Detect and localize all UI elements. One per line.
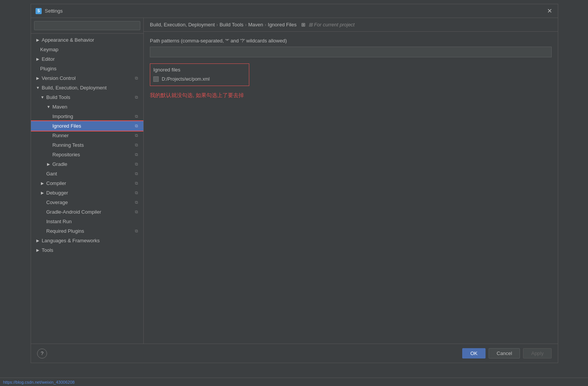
arrow-icon: ▶ [36,76,40,81]
sidebar-item-label: Coverage [46,199,68,205]
copy-icon: ⧉ [135,209,140,215]
sidebar-item-label: Build, Execution, Deployment [42,85,107,91]
ok-button[interactable]: OK [462,348,486,358]
search-input[interactable] [34,21,140,30]
file-path: D:/Projects/wc/pom.xml [162,76,210,82]
sidebar-item-instant-run[interactable]: Instant Run [31,217,143,226]
copy-icon: ⧉ [135,114,140,119]
copy-icon: ⧉ [135,76,140,81]
dialog-title: Settings [45,8,63,14]
app-icon: S [36,8,42,14]
title-bar: S Settings ✕ [31,4,558,18]
sidebar-item-label: Compiler [46,180,66,186]
footer: ? OK Cancel Apply [31,344,558,363]
sidebar-item-languages[interactable]: ▶ Languages & Frameworks [31,236,143,245]
sidebar-item-running-tests[interactable]: Running Tests ⧉ [31,140,143,150]
arrow-icon: ▶ [40,181,45,186]
copy-icon: ⧉ [135,200,140,205]
arrow-icon: ▶ [36,248,40,253]
sidebar-item-plugins[interactable]: Plugins [31,64,143,73]
sidebar-item-label: Debugger [46,190,68,196]
sidebar-item-label: Tools [42,247,53,253]
sidebar-item-label: Editor [42,56,55,62]
sidebar-item-label: Running Tests [52,142,84,148]
sidebar-item-label: Instant Run [46,219,72,224]
arrow-icon: ▼ [36,86,40,90]
close-button[interactable]: ✕ [546,7,553,15]
arrow-icon: ▶ [36,57,40,62]
path-pattern-input[interactable] [150,47,552,57]
copy-icon: ⧉ [135,162,140,167]
breadcrumb-sep-3: › [265,22,266,28]
sidebar-item-label: Importing [52,114,73,119]
bottom-url: https://blog.csdn.net/weixin_43006208 [3,380,75,384]
sidebar-item-gant[interactable]: Gant ⧉ [31,169,143,178]
ignored-files-title: Ignored files [153,67,246,73]
dialog-body: ▶ Appearance & Behavior Keymap ▶ Editor … [31,18,558,344]
ignored-files-panel: Ignored files D:/Projects/wc/pom.xml [150,63,249,86]
sidebar-item-label: Keymap [40,47,58,52]
path-pattern-label: Path patterns (comma-separated, '*' and … [150,38,552,44]
sidebar-item-label: Gradle-Android Compiler [46,209,101,215]
sidebar-item-label: Gant [46,171,57,177]
sidebar-item-gradle[interactable]: ▶ Gradle ⧉ [31,159,143,169]
breadcrumb-part-4: Ignored Files [268,22,297,28]
sidebar-item-label: Repositories [52,152,80,157]
sidebar-item-label: Appearance & Behavior [42,37,94,43]
arrow-icon: ▼ [40,95,45,100]
copy-icon: ⧉ [135,229,140,234]
sidebar-item-label: Gradle [52,161,67,167]
sidebar-item-compiler[interactable]: ▶ Compiler ⧉ [31,178,143,188]
bottom-bar: https://blog.csdn.net/weixin_43006208 [0,378,588,386]
sidebar-item-build-exec-deploy[interactable]: ▼ Build, Execution, Deployment [31,83,143,92]
title-bar-left: S Settings [36,8,63,14]
sidebar-item-maven[interactable]: ▼ Maven [31,102,143,112]
copy-icon: ⧉ [135,171,140,177]
breadcrumb-part-2: Build Tools [219,22,244,28]
sidebar-item-label: Plugins [40,66,57,71]
sidebar-item-required-plugins[interactable]: Required Plugins ⧉ [31,226,143,236]
copy-icon: ⧉ [135,133,140,138]
footer-left: ? [37,349,47,358]
sidebar-item-build-tools[interactable]: ▼ Build Tools ⧉ [31,92,143,102]
sidebar-item-label: Version Control [42,75,76,81]
apply-button[interactable]: Apply [523,348,552,358]
sidebar-item-repositories[interactable]: Repositories ⧉ [31,150,143,159]
sidebar-item-tools[interactable]: ▶ Tools [31,245,143,255]
arrow-icon: ▶ [36,38,40,42]
copy-icon: ⧉ [135,123,140,129]
sidebar-item-editor[interactable]: ▶ Editor [31,54,143,64]
breadcrumb: Build, Execution, Deployment › Build Too… [144,18,558,32]
arrow-icon: ▶ [46,162,51,167]
sidebar-item-label: Build Tools [46,94,70,100]
arrow-icon: ▶ [40,191,45,195]
sidebar-item-appearance[interactable]: ▶ Appearance & Behavior [31,35,143,45]
settings-dialog: S Settings ✕ ▶ Appearance & Behavior Key… [31,4,558,363]
breadcrumb-sep-1: › [216,22,218,28]
sidebar-item-version-control[interactable]: ▶ Version Control ⧉ [31,73,143,83]
content-area: Path patterns (comma-separated, '*' and … [144,32,558,344]
main-content: Build, Execution, Deployment › Build Too… [144,18,558,344]
breadcrumb-sep-2: › [245,22,247,28]
help-button[interactable]: ? [37,349,47,358]
sidebar-item-ignored-files[interactable]: Ignored Files ⧉ [31,121,143,131]
sidebar-item-label: Runner [52,133,69,138]
sidebar-item-label: Languages & Frameworks [42,238,100,243]
sidebar-item-keymap[interactable]: Keymap [31,45,143,54]
copy-icon: ⧉ [135,152,140,157]
search-box [31,18,143,34]
sidebar-item-runner[interactable]: Runner ⧉ [31,131,143,140]
sidebar-item-importing[interactable]: Importing ⧉ [31,112,143,121]
sidebar-item-label: Ignored Files [52,123,81,129]
sidebar-item-debugger[interactable]: ▶ Debugger ⧉ [31,188,143,198]
cancel-button[interactable]: Cancel [489,348,520,358]
sidebar-item-coverage[interactable]: Coverage ⧉ [31,198,143,207]
breadcrumb-icon: ⊞ [301,22,305,28]
copy-icon: ⧉ [135,143,140,148]
arrow-icon: ▼ [46,105,51,109]
nav-tree: ▶ Appearance & Behavior Keymap ▶ Editor … [31,34,143,344]
file-checkbox[interactable] [153,76,159,82]
sidebar-item-label: Maven [52,104,67,110]
sidebar-item-gradle-android[interactable]: Gradle-Android Compiler ⧉ [31,207,143,217]
sidebar: ▶ Appearance & Behavior Keymap ▶ Editor … [31,18,144,344]
